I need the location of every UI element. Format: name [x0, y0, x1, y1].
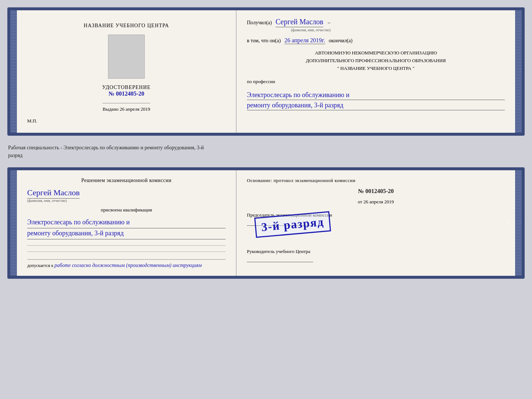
- poluchil-label: Получил(а): [247, 20, 272, 26]
- vydano-line: Выдано 26 апреля 2019: [103, 103, 150, 112]
- org-block: АВТОНОМНУЮ НЕКОММЕРЧЕСКУЮ ОРГАНИЗАЦИЮ ДО…: [247, 49, 505, 72]
- udostoverenie-title: УДОСТОВЕРЕНИЕ: [102, 85, 151, 90]
- bottom-doc-left: Решением экзаменационной комиссии Сергей…: [17, 170, 237, 276]
- prisvoena-text: присвоена квалификация: [27, 207, 226, 213]
- okonchil-label: окончил(а): [329, 38, 353, 44]
- vydano-label: Выдано: [103, 106, 118, 112]
- between-text: Рабочая специальность - Электрослесарь п…: [7, 142, 525, 161]
- ot-label: от: [358, 199, 362, 204]
- page-container: НАЗВАНИЕ УЧЕБНОГО ЦЕНТРА УДОСТОВЕРЕНИЕ №…: [7, 7, 525, 279]
- ot-date: 26 апреля 2019: [363, 199, 394, 204]
- right-edge-top: – – И а ← –: [515, 10, 522, 133]
- bottom-person-name: Сергей Маслов: [27, 188, 80, 199]
- osnovanie-text: Основание: протокол экзаменационной коми…: [247, 178, 505, 184]
- profession-block: Электрослесарь по обслуживанию и ремонту…: [247, 90, 505, 110]
- photo-placeholder: [108, 35, 145, 79]
- top-doc-right: Получил(а) Сергей Маслов – (фамилия, имя…: [237, 10, 515, 133]
- bottom-number: № 0012405-20: [247, 188, 505, 195]
- spine-left-bottom: [10, 170, 17, 276]
- bottom-qualification-block: Электрослесарь по обслуживанию и ремонту…: [27, 217, 226, 239]
- between-line2: разряд: [8, 152, 524, 159]
- dash1: –: [328, 20, 330, 26]
- bottom-doc-right: Основание: протокол экзаменационной коми…: [237, 170, 515, 276]
- bottom-person-block: Сергей Маслов (фамилия, имя, отчество): [27, 188, 226, 203]
- org-line3: " НАЗВАНИЕ УЧЕБНОГО ЦЕНТРА ": [247, 65, 505, 72]
- ot-line: от 26 апреля 2019: [247, 199, 505, 205]
- bottom-document: Решением экзаменационной комиссии Сергей…: [7, 167, 525, 279]
- dopuskaetsya-cursive: работе согласно должностным (производств…: [54, 263, 202, 268]
- profession-line1: Электрослесарь по обслуживанию и: [247, 91, 505, 100]
- dopuskaetsya-label: допускается к: [27, 263, 53, 268]
- dopuskaetsya-block: допускается к работе согласно должностны…: [27, 259, 226, 268]
- mp-line: М.П.: [27, 118, 37, 124]
- profession-line2: ремонту оборудования, 3-й разряд: [247, 101, 505, 110]
- vydano-date: 26 апреля 2019: [120, 106, 150, 112]
- qualification-line2: ремонту оборудования, 3-й разряд: [27, 228, 226, 239]
- po-professii-label: по профессии: [247, 79, 275, 84]
- vtom-label: в том, что он(а): [247, 38, 281, 44]
- stamp-text: 3-й разряд: [261, 215, 325, 234]
- rukovoditel-block: Руководитель учебного Центра: [247, 249, 505, 262]
- resheniem-title: Решением экзаменационной комиссии: [27, 178, 226, 184]
- udostoverenie-block: УДОСТОВЕРЕНИЕ № 0012405-20: [102, 85, 151, 97]
- udostoverenie-number: № 0012405-20: [102, 90, 151, 97]
- receiver-name: Сергей Маслов: [276, 18, 323, 27]
- rukovoditel-label: Руководитель учебного Центра: [247, 249, 505, 254]
- right-edge-bottom: – – И а ← –: [515, 170, 522, 276]
- spine-left: [10, 10, 17, 133]
- org-line1: АВТОНОМНУЮ НЕКОММЕРЧЕСКУЮ ОРГАНИЗАЦИЮ: [247, 49, 505, 57]
- qualification-line1: Электрослесарь по обслуживанию и: [27, 217, 226, 228]
- top-doc-left: НАЗВАНИЕ УЧЕБНОГО ЦЕНТРА УДОСТОВЕРЕНИЕ №…: [17, 10, 237, 133]
- vtom-date: 26 апреля 2019г.: [284, 37, 325, 44]
- top-document: НАЗВАНИЕ УЧЕБНОГО ЦЕНТРА УДОСТОВЕРЕНИЕ №…: [7, 7, 525, 136]
- org-line2: ДОПОЛНИТЕЛЬНОГО ПРОФЕССИОНАЛЬНОГО ОБРАЗО…: [247, 57, 505, 65]
- receiver-row: Получил(а) Сергей Маслов –: [247, 18, 505, 27]
- top-left-title: НАЗВАНИЕ УЧЕБНОГО ЦЕНТРА: [84, 23, 169, 29]
- between-line1: Рабочая специальность - Электрослесарь п…: [8, 144, 524, 152]
- rukovoditel-signature-line: [247, 262, 313, 262]
- bottom-fio-label: (фамилия, имя, отчество): [27, 199, 226, 203]
- po-professii: по профессии: [247, 79, 505, 85]
- fio-label-top: (фамилия, имя, отчество): [291, 28, 505, 32]
- vtom-row: в том, что он(а) 26 апреля 2019г. окончи…: [247, 37, 505, 44]
